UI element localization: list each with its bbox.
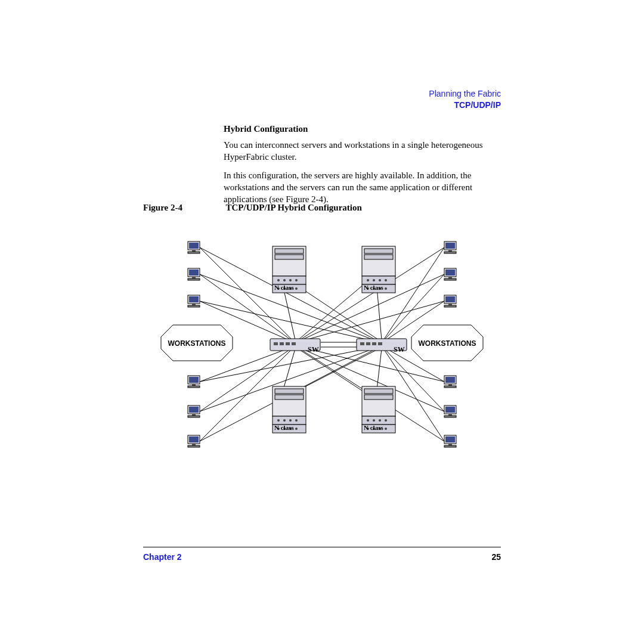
footer-chapter: Chapter 2 [143, 552, 182, 562]
footer-rule [143, 547, 501, 547]
switch-label-left: SW [308, 345, 319, 354]
header-chapter-path: Planning the Fabric [429, 88, 501, 100]
nclass-label-tr: N class [364, 284, 383, 291]
paragraph-1: You can interconnect servers and worksta… [224, 139, 501, 163]
nclass-label-br: N class [364, 424, 383, 431]
figure-diagram: WORKSTATIONS WORKSTATIONS N class N clas… [143, 221, 501, 459]
paragraph-2: In this configuration, the servers are h… [224, 169, 501, 206]
header-section: TCP/UDP/IP [429, 100, 501, 111]
nclass-label-bl: N class [274, 424, 294, 431]
workstations-left-label: WORKSTATIONS [168, 339, 226, 348]
footer-page-number: 25 [491, 552, 501, 562]
switch-label-right: SW [394, 345, 405, 354]
figure-label: Figure 2-4 [143, 203, 224, 213]
nclass-label-tl: N class [274, 284, 294, 291]
figure-title: TCP/UDP/IP Hybrid Configuration [225, 203, 361, 212]
section-subhead: Hybrid Configuration [224, 124, 501, 134]
workstations-right-label: WORKSTATIONS [419, 339, 476, 348]
